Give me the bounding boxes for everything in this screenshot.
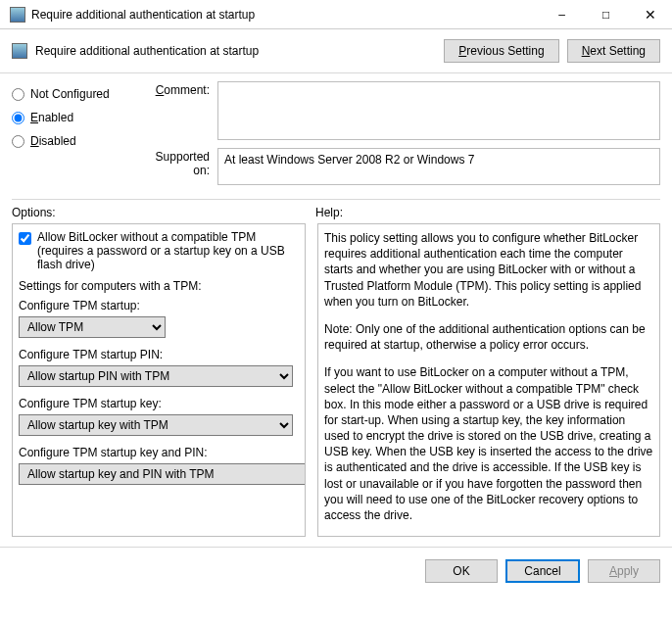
close-button[interactable]: ✕	[628, 0, 672, 29]
supported-on-text: At least Windows Server 2008 R2 or Windo…	[217, 148, 660, 185]
radio-disabled[interactable]: Disabled	[12, 134, 139, 148]
state-radios: Not Configured Enabled Disabled	[12, 81, 139, 193]
tpm-startup-select[interactable]: Allow TPM	[19, 316, 166, 338]
fields: Comment: Supported on: At least Windows …	[139, 81, 660, 193]
comment-input[interactable]	[217, 81, 660, 140]
help-para-2: Note: Only one of the additional authent…	[324, 321, 653, 353]
allow-without-tpm-checkbox[interactable]: Allow BitLocker without a compatible TPM…	[19, 230, 299, 271]
header: Require additional authentication at sta…	[0, 29, 672, 73]
next-setting-button[interactable]: Next Setting	[567, 39, 660, 63]
help-para-4: On a computer with a compatible TPM, fou…	[324, 535, 653, 537]
previous-setting-button[interactable]: Previous Setting	[444, 39, 558, 63]
help-para-3: If you want to use BitLocker on a comput…	[324, 364, 653, 523]
config-section: Not Configured Enabled Disabled Comment:…	[0, 73, 672, 197]
tpm-key-label: Configure TPM startup key:	[19, 397, 299, 410]
tpm-section-label: Settings for computers with a TPM:	[19, 279, 299, 293]
divider	[12, 199, 660, 200]
ok-button[interactable]: OK	[425, 559, 498, 583]
help-label: Help:	[315, 206, 343, 219]
comment-label: Comment:	[139, 81, 217, 140]
apply-button[interactable]: Apply	[588, 559, 660, 583]
radio-disabled-input[interactable]	[12, 135, 24, 148]
tpm-startup-label: Configure TPM startup:	[19, 299, 299, 312]
titlebar: Require additional authentication at sta…	[0, 0, 672, 29]
footer: OK Cancel Apply	[0, 547, 672, 595]
allow-without-tpm-label: Allow BitLocker without a compatible TPM…	[37, 230, 299, 271]
policy-icon	[12, 43, 27, 59]
panel-labels: Options: Help:	[0, 206, 672, 223]
radio-not-configured-input[interactable]	[12, 88, 24, 101]
options-label: Options:	[12, 206, 315, 219]
tpm-pin-select[interactable]: Allow startup PIN with TPM	[19, 365, 293, 387]
cancel-button[interactable]: Cancel	[505, 559, 580, 583]
policy-icon	[10, 7, 25, 23]
radio-enabled-input[interactable]	[12, 112, 24, 124]
options-panel[interactable]: Allow BitLocker without a compatible TPM…	[12, 223, 306, 537]
radio-enabled[interactable]: Enabled	[12, 111, 139, 124]
allow-without-tpm-input[interactable]	[19, 232, 31, 245]
maximize-button[interactable]: □	[584, 0, 628, 29]
page-title: Require additional authentication at sta…	[35, 44, 436, 58]
help-para-1: This policy setting allows you to config…	[324, 230, 653, 310]
window-title: Require additional authentication at sta…	[31, 8, 540, 22]
help-panel[interactable]: This policy setting allows you to config…	[317, 223, 660, 537]
tpm-keypin-select[interactable]: Allow startup key and PIN with TPM	[19, 463, 306, 485]
tpm-keypin-label: Configure TPM startup key and PIN:	[19, 446, 299, 459]
minimize-button[interactable]: –	[540, 0, 584, 29]
panels: Allow BitLocker without a compatible TPM…	[0, 223, 672, 537]
supported-label: Supported on:	[139, 148, 217, 185]
tpm-key-select[interactable]: Allow startup key with TPM	[19, 414, 293, 436]
tpm-pin-label: Configure TPM startup PIN:	[19, 348, 299, 361]
radio-not-configured[interactable]: Not Configured	[12, 87, 139, 101]
